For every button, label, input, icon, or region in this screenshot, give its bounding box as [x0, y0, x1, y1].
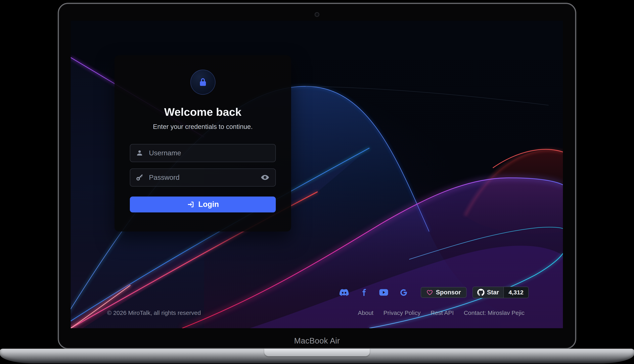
user-icon [136, 149, 143, 157]
login-icon [187, 200, 195, 208]
social-row: Sponsor Star 4,312 [340, 287, 529, 298]
key-icon [136, 174, 143, 181]
google-icon [400, 288, 408, 296]
footer-link-about[interactable]: About [358, 310, 373, 316]
star-label: Star [487, 289, 499, 296]
laptop-hinge-notch [264, 349, 370, 356]
facebook-link[interactable] [360, 288, 368, 296]
welcome-title: Welcome back [164, 106, 241, 118]
sponsor-button[interactable]: Sponsor [421, 287, 467, 298]
password-visibility-toggle[interactable] [260, 173, 270, 182]
google-link[interactable] [400, 288, 408, 296]
github-star-widget: Star 4,312 [473, 287, 529, 298]
star-count[interactable]: 4,312 [503, 287, 528, 298]
username-field [130, 144, 276, 162]
github-star-button[interactable]: Star [473, 287, 503, 298]
password-field [130, 168, 276, 186]
discord-link[interactable] [340, 289, 349, 296]
screen: Welcome back Enter your credentials to c… [71, 21, 563, 328]
login-card: Welcome back Enter your credentials to c… [115, 55, 291, 232]
footer-link-contact[interactable]: Contact: Miroslav Pejic [464, 310, 524, 316]
login-button-label: Login [198, 200, 219, 209]
github-icon [477, 289, 484, 296]
youtube-icon [379, 289, 388, 296]
footer-links: About Privacy Policy Rest API Contact: M… [358, 310, 524, 316]
footer-link-privacy-policy[interactable]: Privacy Policy [383, 310, 421, 316]
macbook-air-label: MacBook Air [59, 336, 575, 345]
webcam-icon [314, 12, 320, 17]
laptop-base [0, 349, 634, 364]
welcome-subtitle: Enter your credentials to continue. [153, 123, 253, 130]
eye-icon [261, 173, 269, 182]
discord-icon [340, 289, 349, 296]
copyright: © 2026 MiroTalk, all rights reserved [107, 310, 201, 316]
facebook-icon [360, 288, 368, 296]
heart-icon [426, 289, 433, 296]
youtube-link[interactable] [379, 289, 388, 296]
lock-icon [198, 77, 208, 87]
page: Welcome back Enter your credentials to c… [0, 0, 634, 364]
login-button[interactable]: Login [130, 196, 276, 212]
username-input[interactable] [149, 149, 270, 157]
laptop-frame: Welcome back Enter your credentials to c… [58, 3, 576, 349]
footer-link-rest-api[interactable]: Rest API [431, 310, 454, 316]
sponsor-label: Sponsor [436, 289, 461, 296]
github-buttons: Sponsor Star 4,312 [421, 287, 529, 298]
lock-badge [190, 70, 215, 95]
password-input[interactable] [149, 173, 257, 182]
